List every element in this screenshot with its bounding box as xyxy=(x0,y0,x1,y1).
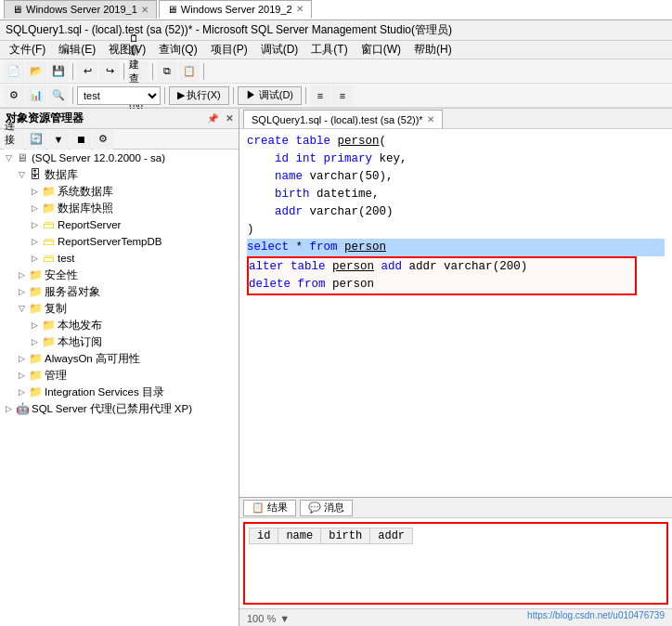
integration-label: Integration Services 目录 xyxy=(45,385,164,399)
oe-snapshot-item[interactable]: ▷ 📁 数据库快照 xyxy=(0,200,239,216)
oe-refresh-btn[interactable]: 🔄 xyxy=(26,129,46,150)
query-panel: SQLQuery1.sql - (local).test (sa (52))* … xyxy=(239,109,672,626)
menu-file[interactable]: 文件(F) xyxy=(4,41,51,59)
code-line-2: id int primary key, xyxy=(247,150,665,168)
alwayson-expander[interactable]: ▷ xyxy=(15,354,28,363)
integration-expander[interactable]: ▷ xyxy=(15,387,28,397)
database-selector[interactable]: test xyxy=(77,86,161,105)
oe-localpub-item[interactable]: ▷ 📁 本地发布 xyxy=(0,317,239,333)
toolbar-misc-2[interactable]: 📊 xyxy=(26,85,46,106)
code-text-8: alter table person add addr varchar(200) xyxy=(249,258,527,276)
menu-window[interactable]: 窗口(W) xyxy=(355,41,407,59)
oe-management-item[interactable]: ▷ 📁 管理 xyxy=(0,367,239,384)
query-tab-1[interactable]: SQLQuery1.sql - (local).test (sa (52))* … xyxy=(243,110,443,128)
tab-windows-server-2[interactable]: 🖥 Windows Server 2019_2 ✕ xyxy=(159,0,312,19)
oe-stop-btn[interactable]: ⏹ xyxy=(71,129,91,150)
results-tab-messages[interactable]: 💬 消息 xyxy=(300,500,353,516)
new-query-btn2[interactable]: 🗒 新建查询(N) xyxy=(128,61,149,82)
oe-sysdb-item[interactable]: ▷ 📁 系统数据库 xyxy=(0,183,239,200)
test-expander[interactable]: ▷ xyxy=(28,254,41,263)
oe-serverobjects-item[interactable]: ▷ 📁 服务器对象 xyxy=(0,283,239,300)
query-tab-label: SQLQuery1.sql - (local).test (sa (52))* xyxy=(252,114,423,125)
paste-btn[interactable]: 📋 xyxy=(179,61,200,82)
reportserver-expander[interactable]: ▷ xyxy=(28,220,41,229)
oe-reportserver-item[interactable]: ▷ 🗃 ReportServer xyxy=(0,216,239,233)
oe-reportservertempdb-item[interactable]: ▷ 🗃 ReportServerTempDB xyxy=(0,233,239,250)
security-expander[interactable]: ▷ xyxy=(15,270,28,280)
query-tab-close[interactable]: ✕ xyxy=(427,114,434,124)
code-line-5: addr varchar(200) xyxy=(247,203,665,221)
oe-localsub-item[interactable]: ▷ 📁 本地订阅 xyxy=(0,333,239,350)
redo-btn[interactable]: ↪ xyxy=(99,61,120,82)
localpub-expander[interactable]: ▷ xyxy=(28,320,41,330)
oe-replication-item[interactable]: ▽ 📁 复制 xyxy=(0,300,239,317)
oe-alwayson-item[interactable]: ▷ 📁 AlwaysOn 高可用性 xyxy=(0,350,239,367)
oe-server-item[interactable]: ▽ 🖥 (SQL Server 12.0.2000 - sa) xyxy=(0,150,239,166)
window-tab-bar: 🖥 Windows Server 2019_1 ✕ 🖥 Windows Serv… xyxy=(0,0,672,20)
zoom-slider-icon[interactable]: ▼ xyxy=(279,613,290,624)
menu-help[interactable]: 帮助(H) xyxy=(408,41,458,59)
management-icon: 📁 xyxy=(28,369,43,382)
snapshot-expander[interactable]: ▷ xyxy=(28,203,41,213)
oe-security-item[interactable]: ▷ 📁 安全性 xyxy=(0,267,239,283)
app-title-text: SQLQuery1.sql - (local).test (sa (52))* … xyxy=(6,22,452,38)
sysdb-icon: 📁 xyxy=(41,185,56,198)
sysdb-expander[interactable]: ▷ xyxy=(28,187,41,196)
debug-button[interactable]: ▶ 调试(D) xyxy=(238,86,302,105)
open-btn[interactable]: 📂 xyxy=(26,61,46,82)
zoom-value: 100 % xyxy=(247,613,276,624)
oe-sqlagent-item[interactable]: ▷ 🤖 SQL Server 代理(已禁用代理 XP) xyxy=(0,400,239,417)
oe-test-item[interactable]: ▷ 🗃 test xyxy=(0,250,239,267)
oe-filter-btn[interactable]: ▼ xyxy=(48,129,69,150)
test-label: test xyxy=(58,253,75,264)
new-query-btn[interactable]: 📄 xyxy=(4,61,24,82)
code-text-4: birth datetime, xyxy=(247,186,380,203)
sep-5 xyxy=(72,87,73,104)
menu-query[interactable]: 查询(Q) xyxy=(153,41,202,59)
col-addr: addr xyxy=(370,528,413,544)
undo-btn[interactable]: ↩ xyxy=(77,61,97,82)
oe-properties-btn[interactable]: ⚙ xyxy=(93,129,113,150)
management-expander[interactable]: ▷ xyxy=(15,371,28,380)
server-expander[interactable]: ▽ xyxy=(2,153,15,163)
oe-close-icon[interactable]: ✕ xyxy=(226,113,233,124)
integration-icon: 📁 xyxy=(28,385,43,398)
tab-2-close[interactable]: ✕ xyxy=(296,4,304,14)
server-label: (SQL Server 12.0.2000 - sa) xyxy=(32,152,165,163)
toolbar-misc-1[interactable]: ⚙ xyxy=(4,85,24,106)
oe-databases-item[interactable]: ▽ 🗄 数据库 xyxy=(0,166,239,183)
reportserver-label: ReportServer xyxy=(58,219,121,230)
oe-pin-btn[interactable]: 📌 xyxy=(207,113,218,124)
replication-expander[interactable]: ▽ xyxy=(15,304,28,313)
databases-expander[interactable]: ▽ xyxy=(15,170,28,179)
toolbar-misc-3[interactable]: 🔍 xyxy=(48,85,69,106)
tab-2-label: Windows Server 2019_2 xyxy=(181,4,292,15)
oe-tree: ▽ 🖥 (SQL Server 12.0.2000 - sa) ▽ 🗄 数据库 … xyxy=(0,150,239,626)
sqlagent-expander[interactable]: ▷ xyxy=(2,404,15,413)
oe-integration-item[interactable]: ▷ 📁 Integration Services 目录 xyxy=(0,384,239,400)
main-layout: 对象资源管理器 📌 ✕ 连接 ▾ 🔄 ▼ ⏹ ⚙ ▽ 🖥 (SQL Server… xyxy=(0,109,672,626)
localsub-expander[interactable]: ▷ xyxy=(28,337,41,346)
serverobjects-expander[interactable]: ▷ xyxy=(15,287,28,296)
oe-connect-btn[interactable]: 连接 ▾ xyxy=(4,129,24,150)
tab-1-label: Windows Server 2019_1 xyxy=(26,4,137,15)
code-line-1: create table person( xyxy=(247,133,665,150)
col-birth: birth xyxy=(321,528,370,544)
toolbar-area: 📄 📂 💾 ↩ ↪ 🗒 新建查询(N) ⧉ 📋 ⚙ 📊 🔍 test ▶ 执行(… xyxy=(0,59,672,109)
execute-button[interactable]: ▶ 执行(X) xyxy=(169,86,229,105)
debug-label: ▶ 调试(D) xyxy=(246,88,293,102)
editor-content[interactable]: create table person( id int primary key,… xyxy=(239,129,672,497)
align-left-btn[interactable]: ≡ xyxy=(310,85,330,106)
copy-btn[interactable]: ⧉ xyxy=(157,61,177,82)
tab-windows-server-1[interactable]: 🖥 Windows Server 2019_1 ✕ xyxy=(4,0,157,19)
menu-debug[interactable]: 调试(D) xyxy=(255,41,304,59)
menu-project[interactable]: 项目(P) xyxy=(205,41,253,59)
results-tab-results[interactable]: 📋 结果 xyxy=(243,500,296,516)
menu-edit[interactable]: 编辑(E) xyxy=(53,41,101,59)
reportservertempdb-expander[interactable]: ▷ xyxy=(28,237,41,246)
localpub-icon: 📁 xyxy=(41,319,56,332)
save-btn[interactable]: 💾 xyxy=(48,61,69,82)
menu-tools[interactable]: 工具(T) xyxy=(305,41,353,59)
align-right-btn[interactable]: ≡ xyxy=(332,85,353,106)
tab-1-close[interactable]: ✕ xyxy=(141,5,149,15)
